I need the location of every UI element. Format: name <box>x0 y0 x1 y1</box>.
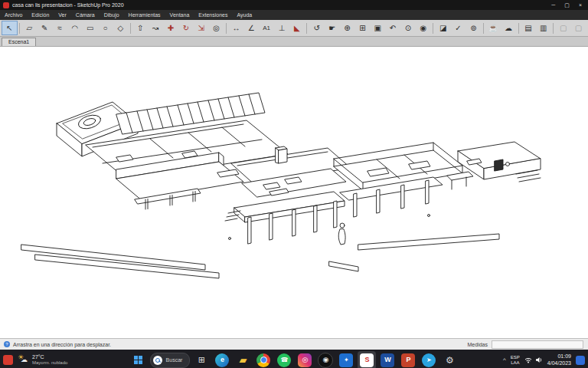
sketchup-icon: S <box>360 353 374 367</box>
tape-measure-tool-icon[interactable]: ↔ <box>229 21 243 34</box>
paint-bucket-tool-icon[interactable]: ◣ <box>289 21 304 34</box>
measurements-input[interactable] <box>492 340 583 349</box>
windows-logo-icon <box>134 356 142 364</box>
disabled-tool-icon: ▢ <box>571 21 586 34</box>
polygon-tool-icon[interactable]: ◇ <box>113 21 128 34</box>
rotate-tool-icon[interactable]: ↻ <box>178 21 193 34</box>
menu-edicion[interactable]: Edición <box>27 12 54 18</box>
start-button[interactable] <box>129 351 148 368</box>
sketchup-logo-icon <box>3 2 9 8</box>
minimize-button[interactable]: ─ <box>551 2 555 8</box>
photos-icon: ✦ <box>339 353 353 367</box>
text-tool-icon[interactable]: A1 <box>260 21 274 34</box>
rectangle-tool-icon[interactable]: ▭ <box>83 21 97 34</box>
toolbar-separator <box>518 23 519 34</box>
check-model-icon[interactable]: ✓ <box>451 21 466 34</box>
menu-camara[interactable]: Cámara <box>71 12 100 18</box>
taskbar-app-chrome[interactable] <box>254 351 273 368</box>
menu-archivo[interactable]: Archivo <box>0 12 27 18</box>
wifi-icon[interactable] <box>524 356 532 363</box>
toolbar-separator <box>306 23 307 34</box>
tray-time: 01:09 <box>557 353 571 359</box>
tray-expand-icon[interactable]: ^ <box>503 356 506 363</box>
powerpoint-icon: P <box>401 353 415 367</box>
pan-tool-icon[interactable]: ☛ <box>325 21 339 34</box>
scene-tab-escena1[interactable]: Escena1 <box>2 38 36 46</box>
taskbar-app-task-view[interactable]: ⊞ <box>192 351 211 368</box>
toolbar-separator <box>483 23 484 34</box>
windows-taskbar: ☀☁ 27°C Mayorm. nublado Buscar ⊞ e ▰ ☎ ◎ <box>0 350 588 368</box>
solid-tools-icon[interactable]: ⊚ <box>466 21 481 34</box>
clock[interactable]: 01:09 4/04/2023 <box>547 353 571 366</box>
model-3d-wireframe <box>0 47 588 338</box>
notifications-badge[interactable] <box>576 356 585 365</box>
push-pull-tool-icon[interactable]: ⇧ <box>133 21 148 34</box>
taskbar-app-sketchup[interactable]: S <box>358 351 376 368</box>
taskbar-app-instagram[interactable]: ◎ <box>296 351 314 368</box>
measurements-label: Medidas <box>468 342 488 347</box>
section-plane-tool-icon[interactable]: ◪ <box>436 21 450 34</box>
menu-bar: Archivo Edición Ver Cámara Dibujo Herram… <box>0 10 588 20</box>
whatsapp-icon: ☎ <box>277 353 291 367</box>
help-icon[interactable]: ? <box>4 341 10 347</box>
look-around-tool-icon[interactable]: ◉ <box>416 21 430 34</box>
camera-icon: ◉ <box>318 353 333 368</box>
menu-dibujo[interactable]: Dibujo <box>100 12 124 18</box>
extension-warehouse-icon[interactable]: ☕ <box>486 21 501 34</box>
taskbar-app-powerpoint[interactable]: P <box>399 351 417 368</box>
taskbar-app-edge[interactable]: e <box>213 351 231 368</box>
taskbar-app-whatsapp[interactable]: ☎ <box>275 351 293 368</box>
offset-tool-icon[interactable]: ◎ <box>209 21 224 34</box>
taskbar-app-file-explorer[interactable]: ▰ <box>234 351 252 368</box>
taskbar-app-settings[interactable]: ⚙ <box>440 351 459 368</box>
taskbar-app-word[interactable]: W <box>378 351 397 368</box>
toolbar-separator <box>19 23 20 34</box>
search-icon <box>153 356 162 365</box>
menu-ventana[interactable]: Ventana <box>165 12 194 18</box>
style-edit-icon[interactable]: ▤ <box>521 21 536 34</box>
freehand-tool-icon[interactable]: ≈ <box>53 21 67 34</box>
taskbar-app-camera[interactable]: ◉ <box>316 351 335 368</box>
settings-gear-icon: ⚙ <box>443 353 456 367</box>
position-camera-tool-icon[interactable]: ⊙ <box>400 21 415 34</box>
taskbar-corner-icon[interactable] <box>3 355 13 365</box>
search-label: Buscar <box>166 357 183 363</box>
model-viewport[interactable] <box>0 47 588 338</box>
word-icon: W <box>381 353 394 367</box>
circle-tool-icon[interactable]: ○ <box>98 21 113 34</box>
menu-ver[interactable]: Ver <box>54 12 71 18</box>
menu-extensiones[interactable]: Extensiones <box>194 12 232 18</box>
menu-herramientas[interactable]: Herramientas <box>124 12 165 18</box>
zoom-window-tool-icon[interactable]: ⊞ <box>355 21 370 34</box>
scale-tool-icon[interactable]: ⇲ <box>194 21 208 34</box>
menu-ayuda[interactable]: Ayuda <box>232 12 256 18</box>
move-tool-icon[interactable]: ✚ <box>164 21 178 34</box>
3d-warehouse-icon[interactable]: ☁ <box>501 21 516 34</box>
taskbar-app-telegram[interactable]: ➤ <box>420 351 438 368</box>
axes-tool-icon[interactable]: ⊥ <box>275 21 289 34</box>
status-bar: ? Arrastra en una dirección para desplaz… <box>0 338 588 350</box>
style-display-icon[interactable]: ▥ <box>536 21 550 34</box>
weather-widget[interactable]: ☀☁ 27°C Mayorm. nublado <box>18 354 67 366</box>
zoom-extents-tool-icon[interactable]: ▣ <box>371 21 385 34</box>
follow-me-tool-icon[interactable]: ↝ <box>149 21 163 34</box>
protractor-tool-icon[interactable]: ∠ <box>244 21 259 34</box>
zoom-tool-icon[interactable]: ⊕ <box>340 21 354 34</box>
arc-tool-icon[interactable]: ◠ <box>67 21 82 34</box>
instagram-icon: ◎ <box>298 353 312 367</box>
eraser-tool-icon[interactable]: ▱ <box>22 21 37 34</box>
taskbar-app-photos[interactable]: ✦ <box>337 351 355 368</box>
maximize-button[interactable]: ▢ <box>564 2 570 8</box>
select-tool-icon[interactable]: ↖ <box>2 21 17 34</box>
previous-view-tool-icon[interactable]: ↶ <box>386 21 400 34</box>
language-indicator[interactable]: ESP LAA <box>511 355 520 366</box>
partly-cloudy-icon: ☀☁ <box>18 355 29 365</box>
line-tool-icon[interactable]: ✎ <box>38 21 52 34</box>
task-view-icon: ⊞ <box>194 353 208 367</box>
close-button[interactable]: × <box>579 2 582 8</box>
volume-icon[interactable] <box>535 356 543 363</box>
orbit-tool-icon[interactable]: ↺ <box>309 21 324 34</box>
search-box[interactable]: Buscar <box>150 353 191 368</box>
edge-icon: e <box>215 353 229 367</box>
weather-temp: 27°C <box>32 354 67 360</box>
